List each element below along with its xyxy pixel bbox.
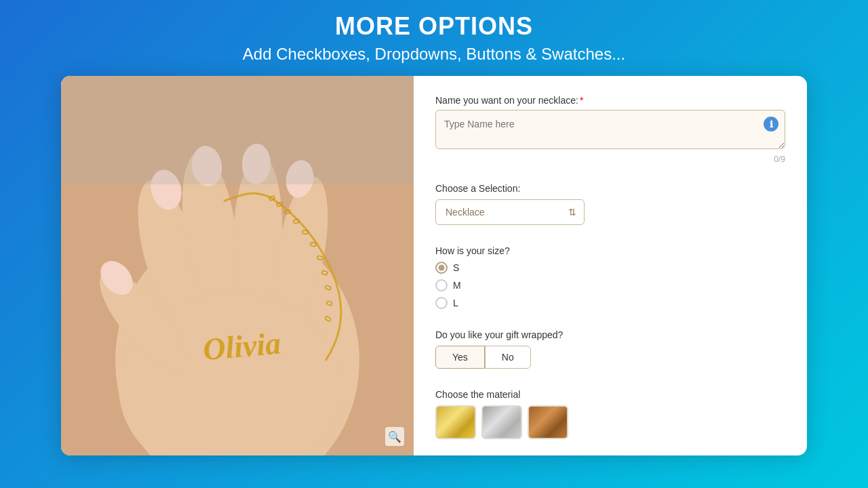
size-option-l[interactable]: L <box>435 297 785 309</box>
product-image-container: Olivia 🔍 <box>61 76 414 455</box>
name-field-label: Name you want on your necklace:* <box>435 95 785 106</box>
product-illustration: Olivia <box>61 76 414 455</box>
product-card: Olivia 🔍 Name you want on your necklace:… <box>61 76 807 455</box>
size-option-m[interactable]: M <box>435 279 785 291</box>
swatch-bronze[interactable] <box>528 405 568 439</box>
gift-wrap-section: Do you like your gift wrapped? Yes No <box>435 329 785 380</box>
required-indicator: * <box>580 95 583 106</box>
selection-section: Choose a Selection: Necklace Bracelet Ri… <box>435 183 785 236</box>
size-section: How is your size? S M L <box>435 245 785 320</box>
size-label-s: S <box>453 262 459 273</box>
char-count: 0/9 <box>435 155 785 164</box>
name-input-wrapper: ℹ <box>435 110 785 152</box>
radio-circle-m <box>435 279 448 291</box>
page-subtitle: Add Checkboxes, Dropdowns, Buttons & Swa… <box>243 45 625 64</box>
swatch-gold[interactable] <box>435 405 476 439</box>
page-title: MORE OPTIONS <box>335 12 533 41</box>
gift-wrap-toggle-group: Yes No <box>435 346 785 369</box>
swatch-silver[interactable] <box>481 405 522 439</box>
radio-circle-s <box>435 262 448 274</box>
gift-wrap-no-button[interactable]: No <box>485 346 531 369</box>
zoom-icon[interactable]: 🔍 <box>385 427 404 446</box>
product-image: Olivia 🔍 <box>61 76 414 455</box>
name-field-section: Name you want on your necklace:* ℹ 0/9 <box>435 95 785 174</box>
selection-label: Choose a Selection: <box>435 183 785 194</box>
size-radio-group: S M L <box>435 262 785 309</box>
material-section: Choose the material <box>435 389 785 453</box>
size-label-l: L <box>453 298 458 308</box>
size-option-s[interactable]: S <box>435 262 785 274</box>
info-icon[interactable]: ℹ <box>764 117 778 131</box>
selection-dropdown-wrapper: Necklace Bracelet Ring Earrings ⇅ <box>435 199 585 225</box>
size-label-m: M <box>453 280 461 291</box>
svg-rect-25 <box>61 76 414 184</box>
selection-dropdown[interactable]: Necklace Bracelet Ring Earrings <box>435 199 585 225</box>
gift-wrap-label: Do you like your gift wrapped? <box>435 329 785 340</box>
name-input[interactable] <box>435 110 785 149</box>
size-label: How is your size? <box>435 245 785 256</box>
material-label: Choose the material <box>435 389 785 400</box>
radio-circle-l <box>435 297 448 309</box>
gift-wrap-yes-button[interactable]: Yes <box>435 346 485 369</box>
form-panel: Name you want on your necklace:* ℹ 0/9 C… <box>414 76 807 455</box>
material-swatches <box>435 405 785 439</box>
svg-text:Olivia: Olivia <box>201 325 282 367</box>
